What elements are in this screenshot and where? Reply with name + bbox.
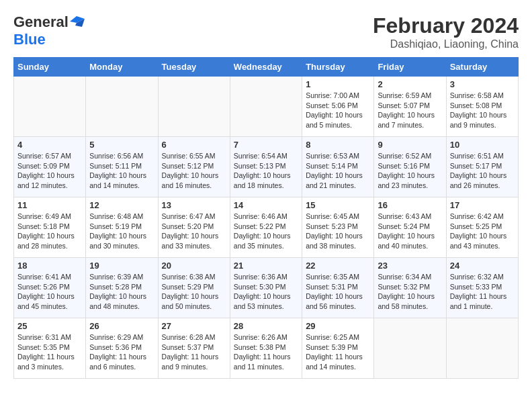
weekday-monday: Monday xyxy=(86,58,158,77)
title-area: February 2024 Dashiqiao, Liaoning, China xyxy=(373,13,519,50)
day-info: Sunrise: 6:38 AM Sunset: 5:29 PM Dayligh… xyxy=(162,272,226,312)
day-number: 23 xyxy=(378,261,442,271)
day-info: Sunrise: 6:57 AM Sunset: 5:09 PM Dayligh… xyxy=(17,151,82,191)
day-info: Sunrise: 6:28 AM Sunset: 5:37 PM Dayligh… xyxy=(162,332,226,372)
calendar-week-2: 4Sunrise: 6:57 AM Sunset: 5:09 PM Daylig… xyxy=(14,137,519,197)
calendar-cell: 29Sunrise: 6:25 AM Sunset: 5:39 PM Dayli… xyxy=(302,318,374,379)
header: General Blue February 2024 Dashiqiao, Li… xyxy=(13,13,519,50)
day-number: 3 xyxy=(450,79,515,89)
calendar-cell xyxy=(446,318,518,379)
calendar-cell: 13Sunrise: 6:47 AM Sunset: 5:20 PM Dayli… xyxy=(158,197,230,258)
calendar-cell: 10Sunrise: 6:51 AM Sunset: 5:17 PM Dayli… xyxy=(446,137,518,197)
weekday-tuesday: Tuesday xyxy=(158,58,230,77)
day-info: Sunrise: 7:00 AM Sunset: 5:06 PM Dayligh… xyxy=(306,91,370,130)
day-number: 14 xyxy=(234,200,298,210)
day-number: 7 xyxy=(234,140,298,150)
day-info: Sunrise: 6:49 AM Sunset: 5:18 PM Dayligh… xyxy=(17,212,82,251)
day-number: 8 xyxy=(306,140,370,150)
logo-general: General xyxy=(13,13,69,31)
calendar-cell: 8Sunrise: 6:53 AM Sunset: 5:14 PM Daylig… xyxy=(302,137,374,197)
calendar-cell: 24Sunrise: 6:32 AM Sunset: 5:33 PM Dayli… xyxy=(446,258,518,318)
calendar-cell: 26Sunrise: 6:29 AM Sunset: 5:36 PM Dayli… xyxy=(86,318,158,379)
day-number: 2 xyxy=(378,79,442,89)
day-number: 21 xyxy=(234,261,298,271)
day-info: Sunrise: 6:42 AM Sunset: 5:25 PM Dayligh… xyxy=(450,212,515,251)
day-number: 29 xyxy=(306,321,370,331)
day-number: 26 xyxy=(89,321,154,331)
day-number: 19 xyxy=(89,261,154,271)
day-info: Sunrise: 6:31 AM Sunset: 5:35 PM Dayligh… xyxy=(17,332,82,372)
calendar: SundayMondayTuesdayWednesdayThursdayFrid… xyxy=(13,57,519,379)
day-info: Sunrise: 6:51 AM Sunset: 5:17 PM Dayligh… xyxy=(450,151,515,191)
day-number: 4 xyxy=(17,140,82,150)
day-number: 25 xyxy=(17,321,82,331)
calendar-cell: 19Sunrise: 6:39 AM Sunset: 5:28 PM Dayli… xyxy=(86,258,158,318)
logo: General Blue xyxy=(13,13,85,48)
calendar-week-5: 25Sunrise: 6:31 AM Sunset: 5:35 PM Dayli… xyxy=(14,318,519,379)
day-info: Sunrise: 6:43 AM Sunset: 5:24 PM Dayligh… xyxy=(378,212,442,251)
day-info: Sunrise: 6:54 AM Sunset: 5:13 PM Dayligh… xyxy=(234,151,298,191)
calendar-cell: 7Sunrise: 6:54 AM Sunset: 5:13 PM Daylig… xyxy=(230,137,302,197)
calendar-cell: 22Sunrise: 6:35 AM Sunset: 5:31 PM Dayli… xyxy=(302,258,374,318)
day-number: 17 xyxy=(450,200,515,210)
calendar-cell: 21Sunrise: 6:36 AM Sunset: 5:30 PM Dayli… xyxy=(230,258,302,318)
calendar-cell: 2Sunrise: 6:59 AM Sunset: 5:07 PM Daylig… xyxy=(374,77,446,137)
calendar-cell: 12Sunrise: 6:48 AM Sunset: 5:19 PM Dayli… xyxy=(86,197,158,258)
calendar-week-3: 11Sunrise: 6:49 AM Sunset: 5:18 PM Dayli… xyxy=(14,197,519,258)
day-info: Sunrise: 6:29 AM Sunset: 5:36 PM Dayligh… xyxy=(89,332,154,372)
calendar-cell: 28Sunrise: 6:26 AM Sunset: 5:38 PM Dayli… xyxy=(230,318,302,379)
calendar-cell: 17Sunrise: 6:42 AM Sunset: 5:25 PM Dayli… xyxy=(446,197,518,258)
weekday-wednesday: Wednesday xyxy=(230,58,302,77)
day-number: 1 xyxy=(306,79,370,89)
day-number: 12 xyxy=(89,200,154,210)
calendar-cell: 14Sunrise: 6:46 AM Sunset: 5:22 PM Dayli… xyxy=(230,197,302,258)
day-number: 15 xyxy=(306,200,370,210)
day-info: Sunrise: 6:58 AM Sunset: 5:08 PM Dayligh… xyxy=(450,91,515,130)
calendar-cell: 6Sunrise: 6:55 AM Sunset: 5:12 PM Daylig… xyxy=(158,137,230,197)
calendar-cell: 25Sunrise: 6:31 AM Sunset: 5:35 PM Dayli… xyxy=(14,318,86,379)
calendar-body: 1Sunrise: 7:00 AM Sunset: 5:06 PM Daylig… xyxy=(14,77,519,379)
weekday-header-row: SundayMondayTuesdayWednesdayThursdayFrid… xyxy=(14,58,519,77)
day-number: 18 xyxy=(17,261,82,271)
day-number: 22 xyxy=(306,261,370,271)
day-info: Sunrise: 6:56 AM Sunset: 5:11 PM Dayligh… xyxy=(89,151,154,191)
location-title: Dashiqiao, Liaoning, China xyxy=(373,38,519,50)
day-info: Sunrise: 6:47 AM Sunset: 5:20 PM Dayligh… xyxy=(162,212,226,251)
calendar-cell: 23Sunrise: 6:34 AM Sunset: 5:32 PM Dayli… xyxy=(374,258,446,318)
day-info: Sunrise: 6:41 AM Sunset: 5:26 PM Dayligh… xyxy=(17,272,82,312)
calendar-cell xyxy=(374,318,446,379)
day-number: 10 xyxy=(450,140,515,150)
month-title: February 2024 xyxy=(373,13,519,38)
calendar-cell xyxy=(158,77,230,137)
calendar-cell xyxy=(14,77,86,137)
calendar-cell: 27Sunrise: 6:28 AM Sunset: 5:37 PM Dayli… xyxy=(158,318,230,379)
weekday-saturday: Saturday xyxy=(446,58,518,77)
calendar-week-4: 18Sunrise: 6:41 AM Sunset: 5:26 PM Dayli… xyxy=(14,258,519,318)
day-number: 20 xyxy=(162,261,226,271)
day-info: Sunrise: 6:45 AM Sunset: 5:23 PM Dayligh… xyxy=(306,212,370,251)
day-info: Sunrise: 6:48 AM Sunset: 5:19 PM Dayligh… xyxy=(89,212,154,251)
calendar-cell: 20Sunrise: 6:38 AM Sunset: 5:29 PM Dayli… xyxy=(158,258,230,318)
day-number: 13 xyxy=(162,200,226,210)
calendar-cell: 3Sunrise: 6:58 AM Sunset: 5:08 PM Daylig… xyxy=(446,77,518,137)
calendar-cell: 11Sunrise: 6:49 AM Sunset: 5:18 PM Dayli… xyxy=(14,197,86,258)
day-info: Sunrise: 6:59 AM Sunset: 5:07 PM Dayligh… xyxy=(378,91,442,130)
day-info: Sunrise: 6:52 AM Sunset: 5:16 PM Dayligh… xyxy=(378,151,442,191)
calendar-week-1: 1Sunrise: 7:00 AM Sunset: 5:06 PM Daylig… xyxy=(14,77,519,137)
logo-blue: Blue xyxy=(13,31,46,48)
day-number: 16 xyxy=(378,200,442,210)
day-info: Sunrise: 6:46 AM Sunset: 5:22 PM Dayligh… xyxy=(234,212,298,251)
day-info: Sunrise: 6:34 AM Sunset: 5:32 PM Dayligh… xyxy=(378,272,442,312)
day-info: Sunrise: 6:53 AM Sunset: 5:14 PM Dayligh… xyxy=(306,151,370,191)
calendar-cell: 15Sunrise: 6:45 AM Sunset: 5:23 PM Dayli… xyxy=(302,197,374,258)
day-number: 5 xyxy=(89,140,154,150)
day-info: Sunrise: 6:35 AM Sunset: 5:31 PM Dayligh… xyxy=(306,272,370,312)
day-info: Sunrise: 6:39 AM Sunset: 5:28 PM Dayligh… xyxy=(89,272,154,312)
day-info: Sunrise: 6:32 AM Sunset: 5:33 PM Dayligh… xyxy=(450,272,515,312)
calendar-cell xyxy=(230,77,302,137)
weekday-friday: Friday xyxy=(374,58,446,77)
calendar-cell: 4Sunrise: 6:57 AM Sunset: 5:09 PM Daylig… xyxy=(14,137,86,197)
calendar-cell: 1Sunrise: 7:00 AM Sunset: 5:06 PM Daylig… xyxy=(302,77,374,137)
logo-bird-icon xyxy=(70,16,85,27)
calendar-cell xyxy=(86,77,158,137)
